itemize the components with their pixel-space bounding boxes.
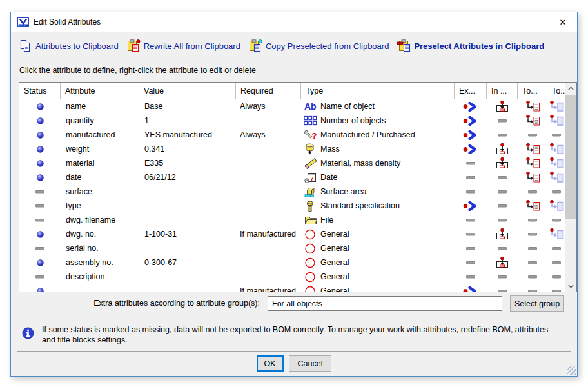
- table-row[interactable]: If manufacturedGeneral: [19, 284, 565, 292]
- not-set-icon: [466, 275, 475, 279]
- cancel-button[interactable]: Cancel: [289, 355, 332, 372]
- resize-grip[interactable]: [567, 366, 576, 375]
- not-set-cell: [487, 213, 518, 227]
- table-grid: Status Attribute Value Required Type Ex.…: [19, 83, 565, 292]
- value-cell: 0.341: [139, 142, 236, 156]
- to-solid-icon: [549, 157, 564, 169]
- dialog-buttons: OK Cancel: [11, 355, 577, 372]
- value-cell: E335: [139, 156, 236, 170]
- not-set-cell: [547, 284, 565, 292]
- scroll-down-icon[interactable]: [565, 281, 576, 292]
- column-header-status[interactable]: Status: [19, 83, 61, 99]
- not-set-icon: [528, 290, 537, 292]
- to-solid-cell: [547, 156, 565, 170]
- type-cell: General: [301, 270, 455, 284]
- required-cell: If manufactured: [236, 284, 301, 292]
- close-button[interactable]: ✕: [551, 13, 574, 31]
- mass-type-icon: [303, 143, 318, 155]
- not-set-cell: [518, 241, 547, 255]
- required-cell: [236, 170, 301, 184]
- not-set-icon: [528, 275, 537, 279]
- not-set-cell: [518, 128, 547, 142]
- not-set-icon: [552, 219, 561, 222]
- attribute-cell: dwg. no.: [61, 227, 139, 241]
- attribute-group-input[interactable]: [268, 296, 502, 311]
- not-set-icon: [498, 290, 507, 292]
- column-header-type[interactable]: Type: [301, 83, 455, 99]
- attribute-cell: manufactured: [61, 128, 139, 142]
- insert-icon: [495, 101, 510, 112]
- not-set-icon: [498, 204, 507, 208]
- vertical-scrollbar[interactable]: [565, 83, 576, 292]
- type-cell: Material, mass density: [301, 156, 455, 170]
- status-ok-icon: [37, 259, 44, 266]
- toolbar-item-rewrite-all-from-clipboard[interactable]: Rewrite All from Clipboard: [127, 39, 240, 52]
- table-row[interactable]: typeStandard specification: [19, 199, 565, 213]
- type-label: Date: [320, 173, 337, 182]
- attribute-cell: date: [61, 170, 139, 184]
- to-text-cell: [518, 156, 547, 170]
- to-text-icon: [525, 200, 540, 212]
- status-ok-icon: [37, 174, 44, 181]
- export-arrow-cell: [455, 142, 487, 156]
- column-header-insert[interactable]: In ...: [487, 83, 518, 99]
- not-set-icon: [552, 275, 561, 279]
- toolbar-item-label: Copy Preselected from Clipboard: [266, 41, 389, 51]
- not-set-icon: [466, 162, 475, 165]
- status-ok-icon: [37, 132, 44, 139]
- not-set-cell: [455, 156, 487, 170]
- general-type-icon: [303, 243, 318, 254]
- table-row[interactable]: materialE335Material, mass density: [19, 156, 565, 170]
- table-row[interactable]: assembly no.0-300-67General: [19, 255, 565, 270]
- table-row[interactable]: date06/21/127Date: [19, 170, 565, 184]
- required-cell: [236, 156, 301, 170]
- insert-icon: [495, 143, 510, 155]
- not-set-cell: [455, 184, 487, 199]
- not-set-icon: [552, 247, 561, 250]
- bolt-type-icon: [303, 201, 318, 212]
- toolbar-item-copy-preselected-from-clipboard[interactable]: Copy Preselected from Clipboard: [249, 39, 389, 52]
- count-type-icon: [303, 115, 318, 126]
- table-row[interactable]: nameBaseAlwaysAbName of object: [19, 99, 565, 114]
- table-row[interactable]: weight0.341Mass: [19, 142, 565, 156]
- extra-attributes-label: Extra attributes according to attribute …: [11, 299, 264, 308]
- to-text-cell: [518, 99, 547, 114]
- type-label: Number of objects: [320, 116, 386, 125]
- ok-button[interactable]: OK: [257, 355, 284, 372]
- required-cell: [236, 213, 301, 227]
- column-header-to-solid[interactable]: To...: [547, 83, 565, 99]
- not-set-cell: [455, 270, 487, 284]
- table-row[interactable]: surfaceSurface area: [19, 184, 565, 199]
- table-row[interactable]: quantity1Number of objects: [19, 114, 565, 128]
- table-row[interactable]: descriptionGeneral: [19, 270, 565, 284]
- column-header-value[interactable]: Value: [139, 83, 236, 99]
- date-type-icon: 7: [303, 172, 318, 183]
- table-row[interactable]: serial no.General: [19, 241, 565, 255]
- toolbar-item-attributes-to-clipboard[interactable]: Attributes to Clipboard: [19, 39, 119, 52]
- to-solid-cell: [547, 99, 565, 114]
- status-ok-icon: [37, 117, 44, 124]
- select-group-button[interactable]: Select group: [510, 295, 564, 312]
- scroll-up-icon[interactable]: [565, 83, 576, 94]
- separator: [17, 317, 571, 317]
- not-set-icon: [498, 275, 507, 279]
- table-row[interactable]: dwg. filenameFile: [19, 213, 565, 227]
- export-arrow-icon: [463, 130, 478, 140]
- type-label: General: [320, 244, 349, 253]
- to-text-cell: [518, 170, 547, 184]
- to-text-icon: [525, 143, 540, 155]
- column-header-to-text[interactable]: To...: [518, 83, 547, 99]
- scrollbar-thumb[interactable]: [565, 95, 576, 219]
- table-row[interactable]: dwg. no.1-100-31If manufacturedGeneral: [19, 227, 565, 241]
- column-header-required[interactable]: Required: [236, 83, 301, 99]
- insert-cell: [487, 227, 518, 241]
- column-header-attribute[interactable]: Attribute: [61, 83, 139, 99]
- table-row[interactable]: manufacturedYES manufacturedAlways?Manuf…: [19, 128, 565, 142]
- export-arrow-icon: [463, 201, 478, 211]
- toolbar-item-preselect-attributes-in-clipboard[interactable]: Preselect Attributes in Clipboard: [397, 39, 544, 52]
- not-set-cell: [518, 284, 547, 292]
- type-cell: General: [301, 255, 455, 270]
- not-set-cell: [487, 128, 518, 142]
- column-header-export[interactable]: Ex...: [455, 83, 487, 99]
- not-set-icon: [466, 190, 475, 194]
